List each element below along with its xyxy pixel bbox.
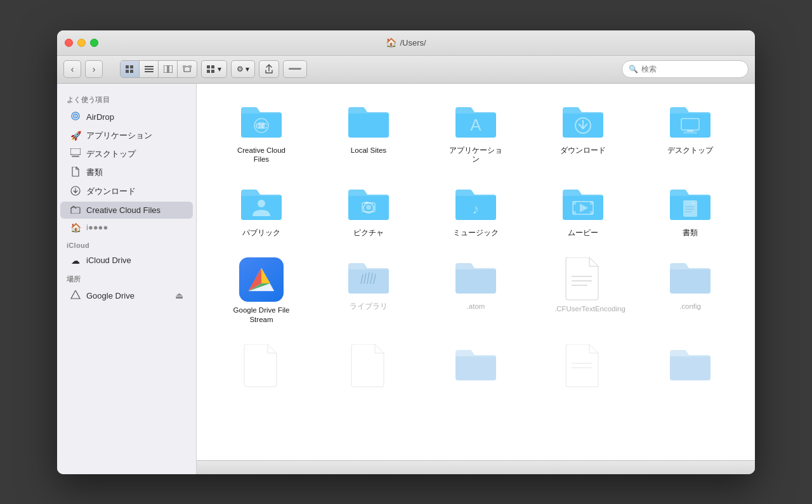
desktop-folder-label: デスクトップ — [667, 146, 713, 155]
file-item-atom[interactable]: .atom — [427, 252, 525, 316]
svg-point-19 — [75, 115, 76, 117]
cover-view-button[interactable] — [178, 61, 197, 77]
file-item-partial5[interactable] — [641, 339, 739, 390]
desktop-folder-icon — [667, 101, 713, 142]
svg-rect-6 — [145, 71, 154, 72]
file-item-creative-cloud[interactable]: CC Creative CloudFiles — [213, 96, 310, 170]
partial-folder5-icon — [667, 344, 713, 385]
svg-point-37 — [366, 205, 371, 210]
google-drive-label: Google Drive — [86, 291, 134, 300]
documents-icon — [70, 167, 81, 179]
svg-rect-11 — [188, 65, 192, 68]
file-item-pictures[interactable]: ピクチャ — [320, 179, 417, 243]
google-drive-app-icon — [239, 257, 284, 302]
sidebar-item-home[interactable]: 🏠 i●●●● — [60, 219, 193, 236]
sidebar-item-airdrop[interactable]: AirDrop — [60, 108, 193, 126]
svg-rect-0 — [126, 65, 129, 68]
file-item-google-drive-app[interactable]: Google Drive FileStream — [213, 252, 310, 330]
file-item-partial1[interactable] — [213, 339, 310, 392]
file-item-library[interactable]: ライブラリ — [320, 252, 417, 316]
downloads-icon — [70, 186, 81, 198]
sidebar-item-applications[interactable]: 🚀 アプリケーション — [60, 127, 193, 145]
google-drive-app-label: Google Drive FileStream — [233, 306, 290, 325]
search-input[interactable] — [641, 65, 742, 74]
applications-label: アプリケーション — [86, 130, 152, 141]
library-folder-icon — [346, 257, 391, 298]
back-button[interactable]: ‹ — [63, 60, 81, 78]
public-folder-label: パブリック — [242, 228, 280, 238]
applications-folder-label: アプリケーション — [447, 146, 504, 165]
list-view-button[interactable] — [140, 61, 159, 77]
file-item-local-sites[interactable]: Local Sites — [320, 96, 417, 160]
file-item-desktop[interactable]: デスクトップ — [641, 96, 739, 160]
main-content: CC Creative CloudFiles — [197, 84, 755, 460]
eject-icon[interactable]: ⏏ — [175, 290, 183, 300]
applications-icon: 🚀 — [70, 131, 81, 141]
file-item-applications[interactable]: A アプリケーション — [427, 96, 525, 170]
downloads-label: ダウンロード — [86, 186, 136, 197]
desktop-label: デスクトップ — [86, 148, 136, 160]
sidebar-item-google-drive[interactable]: Google Drive ⏏ — [60, 287, 193, 304]
file-item-partial2[interactable] — [320, 339, 417, 392]
movies-folder-label: ムービー — [568, 228, 598, 238]
applications-folder-icon: A — [453, 101, 499, 142]
svg-rect-36 — [365, 202, 369, 204]
svg-rect-44 — [683, 200, 697, 217]
svg-rect-12 — [207, 65, 210, 68]
column-view-button[interactable] — [159, 61, 178, 77]
svg-rect-16 — [289, 68, 301, 70]
icloud-section-title: iCloud — [57, 236, 196, 252]
file-item-public[interactable]: パブリック — [213, 179, 310, 243]
file-item-downloads[interactable]: ダウンロード — [534, 96, 632, 160]
home-icon: 🏠 — [386, 37, 396, 48]
creative-cloud-folder-icon: CC — [239, 101, 284, 142]
file-item-documents2[interactable]: 書類 — [641, 179, 739, 243]
view-buttons — [120, 60, 197, 78]
sidebar-item-downloads[interactable]: ダウンロード — [60, 183, 193, 201]
public-folder-icon — [239, 184, 284, 224]
music-folder-label: ミュージック — [453, 228, 499, 238]
file-item-partial4[interactable] — [534, 339, 632, 392]
atom-folder-icon — [453, 257, 499, 298]
tag-button[interactable] — [283, 60, 307, 78]
forward-button[interactable]: › — [85, 60, 103, 78]
sidebar: よく使う項目 AirDrop 🚀 アプリケーション デスクトップ — [57, 84, 197, 474]
sidebar-item-icloud-drive[interactable]: ☁ iCloud Drive — [60, 252, 193, 269]
home-label: i●●●● — [86, 223, 108, 232]
group-button[interactable]: ▾ — [201, 60, 227, 78]
minimize-button[interactable] — [77, 39, 86, 47]
file-item-movies[interactable]: ムービー — [534, 179, 632, 243]
window-title: 🏠 /Users/ — [386, 37, 426, 48]
settings-button[interactable]: ⚙ ▾ — [231, 60, 255, 78]
svg-text:A: A — [470, 115, 481, 134]
music-folder-icon: ♪ — [453, 184, 499, 224]
fullscreen-button[interactable] — [90, 39, 98, 47]
sidebar-item-documents[interactable]: 書類 — [60, 164, 193, 182]
sidebar-item-desktop[interactable]: デスクトップ — [60, 145, 193, 163]
movies-folder-icon — [560, 184, 606, 224]
downloads-folder-label: ダウンロード — [560, 146, 606, 155]
favorites-section-title: よく使う項目 — [57, 90, 196, 107]
svg-rect-1 — [130, 65, 133, 68]
airdrop-icon — [70, 111, 81, 123]
svg-rect-13 — [211, 65, 214, 68]
library-folder-label: ライブラリ — [350, 302, 388, 311]
share-button[interactable] — [259, 60, 279, 78]
svg-rect-14 — [207, 70, 210, 73]
partial-doc1-icon — [244, 344, 279, 387]
sidebar-item-creative-cloud[interactable]: Creative Cloud Files — [60, 202, 193, 219]
title-text: /Users/ — [400, 38, 426, 48]
toolbar: ‹ › ▾ ⚙ ▾ 🔍 — [57, 56, 755, 84]
file-item-partial3[interactable] — [427, 339, 525, 390]
airdrop-label: AirDrop — [86, 112, 114, 122]
close-button[interactable] — [65, 39, 73, 47]
traffic-lights — [65, 39, 98, 47]
icon-view-button[interactable] — [121, 61, 140, 77]
search-box[interactable]: 🔍 — [622, 60, 749, 78]
config-folder-icon — [667, 257, 713, 298]
file-grid: CC Creative CloudFiles — [213, 96, 739, 393]
svg-rect-7 — [164, 65, 167, 73]
file-item-cfusertext[interactable]: .CFUserTextEncoding — [534, 252, 632, 319]
file-item-config[interactable]: .config — [641, 252, 739, 316]
file-item-music[interactable]: ♪ ミュージック — [427, 179, 525, 243]
